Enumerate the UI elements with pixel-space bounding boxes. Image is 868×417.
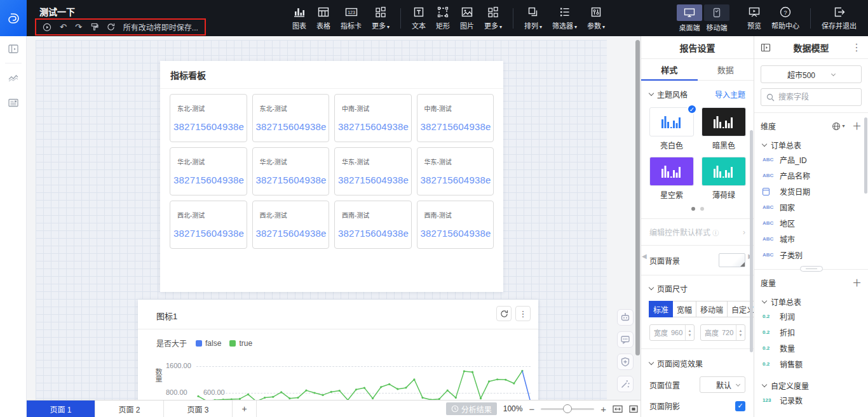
device-mobile-toggle[interactable]: 移动端	[704, 4, 729, 32]
carousel-dot-1[interactable]	[691, 207, 695, 211]
dimension-field[interactable]: 城市	[761, 231, 862, 247]
save-and-exit-button[interactable]: 保存并退出	[817, 6, 862, 30]
fit-width-button[interactable]	[613, 405, 623, 413]
stepper-down-icon[interactable]: ▼	[739, 333, 743, 337]
kpi-card[interactable]: 华北-测试 382715604938e	[252, 147, 330, 195]
width-stepper[interactable]: ▲▼	[685, 325, 694, 340]
settings-tab[interactable]: 数据	[698, 59, 754, 80]
refresh-icon[interactable]	[107, 23, 115, 31]
page-position-select[interactable]: 默认	[700, 376, 745, 393]
fit-screen-button[interactable]	[629, 405, 638, 413]
play-circle-icon[interactable]	[43, 23, 51, 32]
filter-button[interactable]: 筛选器▾	[547, 6, 582, 30]
kpi-card[interactable]: 华北-测试 382715604938e	[170, 147, 247, 195]
custom-measures-toggle[interactable]: 自定义度量	[763, 380, 862, 391]
kpi-card[interactable]: 中南-测试 382715604938e	[417, 94, 494, 142]
edit-control-default-style-row[interactable]: 编辑控件默认样式 ⓘ ›	[649, 227, 745, 237]
page-size-option[interactable]: 标准	[649, 301, 673, 317]
kpi-card[interactable]: 东北-测试 382715604938e	[252, 94, 330, 142]
theme-option[interactable]: ✓ 星空紫	[649, 157, 694, 200]
insert-rectangle-button[interactable]: 矩形	[431, 6, 455, 30]
preview-button[interactable]: 预览	[742, 6, 766, 30]
measure-field[interactable]: 利润	[761, 308, 862, 324]
parameters-button[interactable]: 参数▾	[582, 6, 610, 30]
measures-table-toggle[interactable]: 订单总表	[763, 296, 862, 307]
kpi-card[interactable]: 华东-测试 382715604938e	[334, 147, 412, 195]
dimension-field[interactable]: 国家	[761, 199, 862, 215]
zoom-slider[interactable]	[541, 404, 594, 413]
page-size-option[interactable]: 宽幅	[672, 301, 696, 317]
kpi-card[interactable]: 西南-测试 382715604938e	[417, 201, 494, 249]
format-painter-icon[interactable]	[90, 23, 98, 31]
page-tab[interactable]: 页面 2	[95, 400, 164, 417]
page-height-input[interactable]: 高度 720 ▲▼	[700, 324, 745, 341]
kpi-card[interactable]: 西北-测试 382715604938e	[252, 201, 330, 249]
geo-role-button[interactable]: ▼	[832, 122, 846, 131]
analysis-results-button[interactable]: 分析结果	[446, 402, 497, 415]
insert-table-button[interactable]: 表格	[311, 6, 336, 30]
page-size-option[interactable]: 移动端	[696, 301, 728, 317]
page-tab[interactable]: 页面 1	[27, 400, 95, 417]
page-width-input[interactable]: 宽度 960 ▲▼	[649, 324, 695, 341]
carousel-dot-2[interactable]	[700, 207, 704, 211]
page-size-section-toggle[interactable]: 页面尺寸	[649, 283, 688, 294]
line-chart-widget[interactable]: 图标1 ⋮ 是否大于 false true	[138, 300, 538, 400]
ai-assistant-button[interactable]	[617, 309, 634, 326]
insert-kpi-card-button[interactable]: 123 指标卡	[336, 6, 367, 30]
insert-image-button[interactable]: 图片	[455, 6, 479, 30]
measure-field[interactable]: 数量	[761, 340, 862, 356]
zoom-in-button[interactable]: +	[600, 404, 606, 414]
dimension-field[interactable]: 地区	[761, 215, 862, 231]
dimension-field[interactable]: 发货日期	[761, 183, 862, 199]
help-center-button[interactable]: ? 帮助中心	[766, 6, 804, 30]
sidebar-card-button[interactable]	[0, 90, 27, 116]
custom-measure-field[interactable]: 记录数	[761, 392, 862, 408]
field-search-box[interactable]	[761, 88, 862, 106]
kpi-card[interactable]: 华东-测试 382715604938e	[417, 147, 494, 195]
magic-wand-button[interactable]	[617, 376, 634, 392]
app-logo[interactable]	[0, 0, 27, 36]
arrange-button[interactable]: 排列▾	[519, 6, 547, 30]
settings-tab[interactable]: 样式	[641, 59, 698, 80]
chart-plot-area[interactable]	[138, 300, 538, 400]
kpi-card[interactable]: 西南-测试 382715604938e	[334, 201, 412, 249]
sidebar-pages-button[interactable]	[0, 36, 27, 62]
field-search-input[interactable]	[778, 93, 856, 102]
design-canvas[interactable]: 指标看板 东北-测试 382715604938e 东北-测试 382715604…	[27, 36, 641, 400]
stepper-up-icon[interactable]: ▲	[739, 329, 743, 333]
stepper-up-icon[interactable]: ▲	[688, 329, 692, 333]
theme-option[interactable]: ✓ 薄荷绿	[702, 157, 746, 200]
panel-resize-handle[interactable]	[800, 266, 823, 272]
kpi-card[interactable]: 中南-测试 382715604938e	[334, 94, 412, 142]
theme-option[interactable]: ✓ 亮白色	[649, 107, 694, 150]
insert-more-charts-button[interactable]: 更多▾	[367, 6, 395, 30]
canvas-vertical-scrollbar[interactable]	[635, 40, 640, 355]
page-background-color-picker[interactable]	[719, 253, 745, 267]
data-panel-scrollbar[interactable]	[864, 117, 867, 194]
theme-option[interactable]: ✓ 暗黑色	[702, 107, 746, 150]
undo-icon[interactable]: ↶	[60, 23, 67, 31]
collapse-panel-button[interactable]	[761, 43, 771, 52]
dimension-field[interactable]: 子类别	[761, 247, 862, 263]
insert-more-elements-button[interactable]: 更多▾	[479, 6, 507, 30]
theme-section-toggle[interactable]: 主题风格	[649, 89, 688, 100]
height-stepper[interactable]: ▲▼	[736, 325, 745, 340]
settings-scrollbar[interactable]	[750, 130, 753, 352]
dimensions-table-toggle[interactable]: 订单总表	[763, 140, 862, 150]
dimension-field[interactable]: 产品_ID	[761, 152, 862, 168]
shield-add-button[interactable]	[617, 354, 634, 370]
stepper-down-icon[interactable]: ▼	[688, 333, 692, 337]
page-view-section-toggle[interactable]: 页面阅览效果	[649, 358, 703, 369]
add-dimension-button[interactable]: ＋	[852, 121, 862, 131]
zoom-out-button[interactable]: −	[529, 404, 534, 414]
page-tab[interactable]: 页面 3	[164, 400, 233, 417]
kpi-card[interactable]: 西北-测试 382715604938e	[170, 201, 247, 249]
add-measure-button[interactable]: ＋	[852, 278, 862, 288]
kpi-dashboard-widget[interactable]: 指标看板 东北-测试 382715604938e 东北-测试 382715604…	[160, 61, 503, 292]
sidebar-trend-button[interactable]	[0, 65, 27, 90]
carousel-left-arrow[interactable]: ◀	[642, 253, 647, 260]
insert-text-button[interactable]: 文本	[407, 6, 431, 30]
import-theme-link[interactable]: 导入主题	[715, 89, 745, 100]
device-desktop-toggle[interactable]: 桌面端	[677, 4, 702, 32]
dimension-field[interactable]: 产品名称	[761, 168, 862, 183]
